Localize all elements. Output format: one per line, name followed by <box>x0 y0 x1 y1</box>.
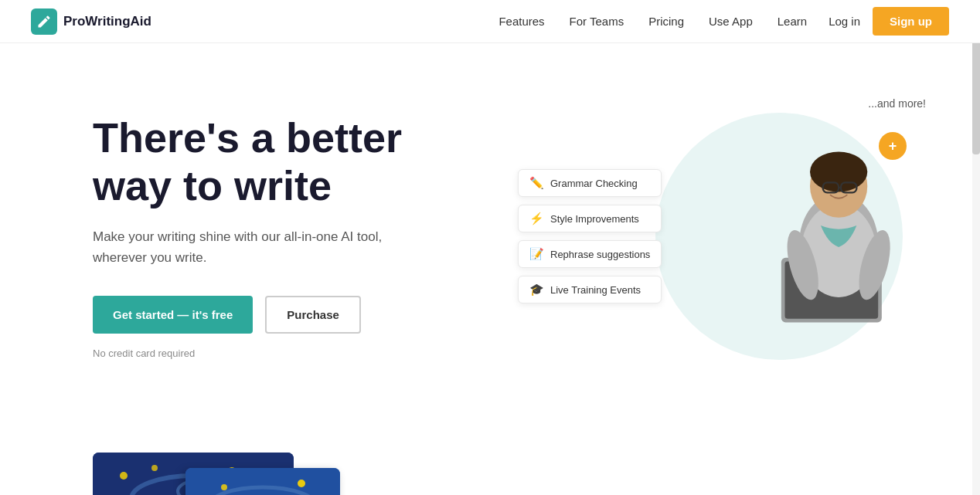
hero-note: No credit card required <box>93 348 510 359</box>
second-right: Do you feel like your writing lets you d… <box>433 490 949 495</box>
pill-grammar-label: Grammar Checking <box>550 178 638 189</box>
signup-button[interactable]: Sign up <box>873 7 949 36</box>
logo-svg <box>36 14 52 29</box>
nav-links: Features For Teams Pricing Use App Learn <box>499 15 807 29</box>
pill-training: 🎓 Live Training Events <box>518 276 662 303</box>
navbar: ProWritingAid Features For Teams Pricing… <box>0 0 980 43</box>
grammar-icon: ✏️ <box>529 176 544 190</box>
starry-night-front <box>185 468 340 495</box>
nav-item-use-app[interactable]: Use App <box>709 15 753 29</box>
hero-left: There's a better way to write Make your … <box>93 114 510 360</box>
nav-features-link[interactable]: Features <box>499 15 544 28</box>
pill-rephrase-label: Rephrase suggestions <box>550 249 650 260</box>
nav-item-teams[interactable]: For Teams <box>570 15 624 29</box>
hero-subtitle: Make your writing shine with our all-in-… <box>93 226 402 268</box>
scrollbar-track[interactable] <box>972 0 980 495</box>
purchase-button[interactable]: Purchase <box>265 296 361 334</box>
svg-point-15 <box>120 472 128 480</box>
logo-text: ProWritingAid <box>63 14 151 29</box>
feature-pills: ✏️ Grammar Checking ⚡ Style Improvements… <box>518 169 662 303</box>
painting-front <box>185 468 340 495</box>
hero-right: ...and more! + <box>510 90 949 383</box>
nav-learn-link[interactable]: Learn <box>778 15 807 28</box>
login-link[interactable]: Log in <box>829 15 860 28</box>
rephrase-icon: 📝 <box>529 247 544 261</box>
pill-rephrase: 📝 Rephrase suggestions <box>518 240 662 268</box>
pill-style-label: Style Improvements <box>550 213 639 225</box>
nav-pricing-link[interactable]: Pricing <box>648 15 684 28</box>
logo-link[interactable]: ProWritingAid <box>31 8 151 35</box>
svg-point-24 <box>298 480 305 487</box>
hero-person-illustration <box>709 97 910 375</box>
nav-teams-link[interactable]: For Teams <box>570 15 624 28</box>
nav-item-learn[interactable]: Learn <box>778 15 807 29</box>
hero-title: There's a better way to write <box>93 114 510 209</box>
hero-buttons: Get started — it's free Purchase <box>93 296 510 334</box>
svg-point-16 <box>151 465 158 471</box>
painting-stack: My idea in my head <box>93 453 356 495</box>
svg-point-23 <box>221 484 227 490</box>
logo-icon <box>31 8 57 35</box>
nav-use-app-link[interactable]: Use App <box>709 15 753 28</box>
hero-section: There's a better way to write Make your … <box>0 43 980 422</box>
nav-item-features[interactable]: Features <box>499 15 544 29</box>
style-icon: ⚡ <box>529 212 544 225</box>
svg-rect-20 <box>185 468 340 495</box>
pill-style: ⚡ Style Improvements <box>518 205 662 232</box>
pill-grammar: ✏️ Grammar Checking <box>518 169 662 197</box>
second-left: My idea in my head <box>93 453 386 495</box>
pill-training-label: Live Training Events <box>550 284 641 296</box>
training-icon: 🎓 <box>529 283 544 297</box>
get-started-button[interactable]: Get started — it's free <box>93 296 253 334</box>
nav-item-pricing[interactable]: Pricing <box>648 15 684 29</box>
second-section: My idea in my head Do you feel like your… <box>0 422 980 495</box>
second-section-title: Do you feel like your writing lets you d… <box>433 490 949 495</box>
